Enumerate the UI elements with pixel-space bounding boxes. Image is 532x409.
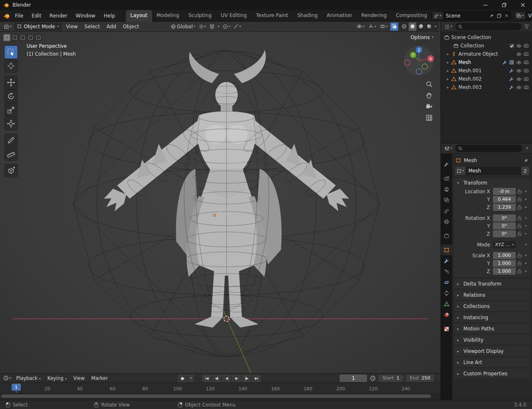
new-scene-icon[interactable] bbox=[495, 12, 503, 20]
timeline-menu-keying[interactable]: Keying ▾ bbox=[44, 374, 70, 382]
frame-start-field[interactable]: Start 1 bbox=[379, 375, 403, 382]
disable-render-camera-icon[interactable] bbox=[522, 52, 530, 57]
keyframe-dot[interactable]: • bbox=[523, 231, 528, 237]
restore-button[interactable] bbox=[495, 0, 513, 10]
workspace-tab-shading[interactable]: Shading bbox=[293, 10, 322, 22]
panel-delta-transform[interactable]: ▸Delta Transform bbox=[454, 279, 530, 288]
next-keyframe-button[interactable]: |▶ bbox=[242, 375, 251, 382]
zoom-icon[interactable] bbox=[426, 81, 433, 88]
lock-open-icon[interactable] bbox=[516, 253, 523, 258]
outliner-row-collection[interactable]: Collection bbox=[441, 42, 532, 50]
viewport-3d[interactable]: Mesh.002 Mesh.003 Mesh.001 Mesh Options … bbox=[0, 32, 441, 373]
jump-end-button[interactable]: ▶| bbox=[252, 375, 261, 382]
properties-tab-material[interactable] bbox=[441, 309, 452, 320]
keyframe-dot[interactable]: • bbox=[523, 197, 528, 202]
transform-orientation-dropdown[interactable]: Global ▾ bbox=[170, 22, 196, 31]
hide-eye-icon[interactable] bbox=[515, 85, 522, 90]
pivot-point-dropdown[interactable]: ▾ bbox=[197, 22, 207, 31]
tool-select-box-button[interactable] bbox=[5, 46, 17, 59]
tool-move-button[interactable] bbox=[5, 76, 17, 89]
shading-solid-button[interactable] bbox=[409, 22, 416, 31]
panel-instancing[interactable]: ▸Instancing bbox=[454, 313, 530, 322]
auto-keyframe-record-button[interactable]: ● bbox=[178, 375, 187, 382]
properties-tab-texture[interactable] bbox=[441, 323, 452, 334]
expand-arrow-icon[interactable]: ▸ bbox=[445, 69, 451, 73]
viewport-menu-select[interactable]: Select bbox=[81, 22, 103, 31]
tool-add-cube-button[interactable] bbox=[5, 164, 17, 177]
prev-keyframe-button[interactable]: ◀| bbox=[212, 375, 221, 382]
hide-eye-icon[interactable] bbox=[515, 43, 522, 49]
value-field[interactable]: 0° bbox=[493, 222, 516, 229]
value-field[interactable]: 1.000 bbox=[493, 252, 516, 259]
properties-options-dropdown[interactable]: ▾ bbox=[524, 147, 530, 150]
user-count-badge[interactable]: 2 bbox=[521, 167, 529, 175]
shading-settings-dropdown[interactable]: ▾ bbox=[433, 22, 438, 31]
outliner-row-mesh-001[interactable]: ▸Mesh.001 bbox=[441, 67, 532, 75]
keyframe-dot[interactable]: • bbox=[523, 223, 528, 229]
browse-scene-icon[interactable]: ▾ bbox=[432, 12, 443, 20]
lock-open-icon[interactable] bbox=[516, 261, 523, 266]
workspace-tab-texture-paint[interactable]: Texture Paint bbox=[251, 10, 293, 22]
hide-eye-icon[interactable] bbox=[515, 76, 522, 82]
keyframe-dot[interactable]: • bbox=[523, 261, 528, 266]
tool-annotate-button[interactable] bbox=[5, 134, 17, 147]
expand-arrow-icon[interactable]: ▸ bbox=[445, 52, 451, 56]
hide-eye-icon[interactable] bbox=[515, 68, 522, 74]
menu-render[interactable]: Render bbox=[45, 10, 71, 21]
current-frame-marker[interactable]: 1 bbox=[12, 384, 21, 391]
keyframe-dot[interactable]: • bbox=[523, 215, 528, 221]
hide-eye-icon[interactable] bbox=[515, 60, 522, 65]
menu-help[interactable]: Help bbox=[99, 10, 119, 21]
snap-settings-dropdown[interactable]: ▾ bbox=[217, 22, 221, 31]
viewport-menu-view[interactable]: View bbox=[63, 22, 81, 31]
panel-collections[interactable]: ▸Collections bbox=[454, 301, 530, 311]
shading-material-button[interactable] bbox=[417, 22, 425, 31]
outliner-row-mesh-003[interactable]: ▸Mesh.003 bbox=[441, 83, 532, 91]
jump-start-button[interactable]: |◀ bbox=[202, 375, 211, 382]
disable-render-camera-icon[interactable] bbox=[522, 68, 530, 73]
show-gizmo-dropdown[interactable]: ▾ bbox=[367, 22, 377, 31]
workspace-tab-layout[interactable]: Layout bbox=[126, 10, 152, 22]
editor-type-outliner-button[interactable]: ▾ bbox=[443, 22, 454, 31]
keyframe-dot[interactable]: • bbox=[523, 189, 528, 194]
scene-name[interactable]: Scene bbox=[443, 13, 488, 19]
properties-tab-scene[interactable] bbox=[441, 205, 452, 216]
viewport-menu-object[interactable]: Object bbox=[119, 22, 142, 31]
scene-selector[interactable]: ▾ Scene × bbox=[432, 11, 511, 20]
outliner-row-scene-collection[interactable]: Scene Collection bbox=[441, 33, 532, 42]
panel-line-art[interactable]: ▸Line Art bbox=[454, 357, 530, 367]
show-overlays-dropdown[interactable]: ▾ bbox=[379, 22, 389, 31]
panel-motion-paths[interactable]: ▸Motion Paths bbox=[454, 324, 530, 333]
render-checkbox[interactable] bbox=[508, 44, 515, 48]
panel-custom-properties[interactable]: ▸Custom Properties bbox=[454, 369, 530, 378]
expand-arrow-icon[interactable]: ▸ bbox=[445, 85, 451, 89]
disable-render-camera-icon[interactable] bbox=[522, 85, 530, 90]
toggle-grid-icon[interactable] bbox=[426, 114, 433, 121]
blender-app-menu-icon[interactable] bbox=[3, 12, 10, 19]
keyframe-dot[interactable]: • bbox=[523, 204, 528, 210]
workspace-tab-modeling[interactable]: Modeling bbox=[152, 10, 184, 22]
value-field[interactable]: 0° bbox=[493, 230, 516, 237]
timeline-ruler[interactable]: 1 20406080100120140160180200220240 bbox=[0, 383, 441, 393]
workspace-tab-animation[interactable]: Animation bbox=[322, 10, 357, 22]
interaction-mode-dropdown[interactable]: Object Mode ▾ bbox=[14, 22, 62, 31]
outliner-row-mesh-002[interactable]: ▸Mesh.002 bbox=[441, 75, 532, 83]
minimize-button[interactable] bbox=[476, 0, 495, 10]
properties-search-input[interactable] bbox=[455, 145, 522, 152]
outliner-search-input[interactable] bbox=[455, 23, 522, 30]
tool-cursor-button[interactable] bbox=[5, 59, 17, 72]
properties-tab-tool[interactable] bbox=[441, 159, 452, 170]
value-field[interactable]: 1.239 bbox=[493, 204, 516, 211]
value-field[interactable]: 1.000 bbox=[493, 268, 516, 275]
editor-type-3d-viewport-button[interactable]: ▾ bbox=[2, 22, 13, 31]
menu-file[interactable]: File bbox=[11, 10, 27, 21]
play-button[interactable]: ▶ bbox=[232, 375, 241, 382]
tool-rotate-button[interactable] bbox=[5, 90, 17, 103]
select-mode-invert-button[interactable] bbox=[27, 34, 34, 41]
properties-tab-object[interactable] bbox=[441, 244, 452, 255]
viewport-menu-add[interactable]: Add bbox=[103, 22, 119, 31]
expand-arrow-icon[interactable]: ▸ bbox=[445, 77, 451, 81]
browse-viewlayer-icon[interactable]: ▾ bbox=[515, 12, 525, 20]
lock-open-icon[interactable] bbox=[516, 197, 523, 202]
preview-range-clock-icon[interactable] bbox=[370, 375, 376, 381]
